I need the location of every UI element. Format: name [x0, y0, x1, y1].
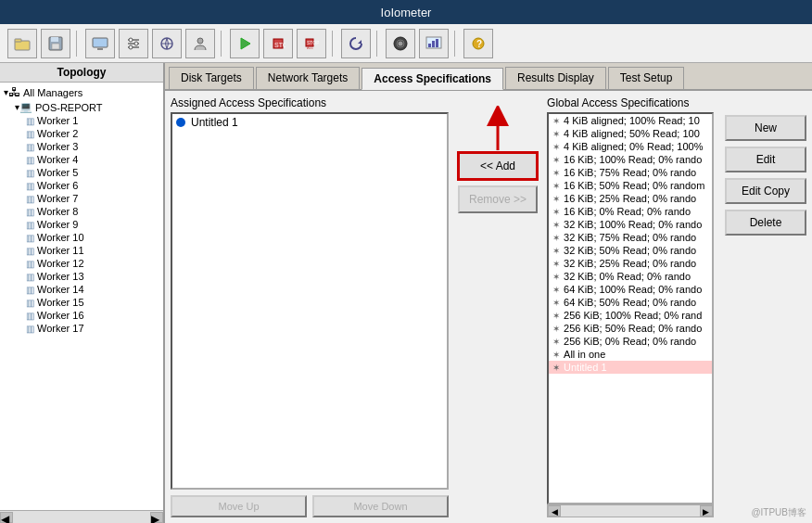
topology-tree[interactable]: ▾ 🖧All Managers▾ 💻POS-REPORT▥Worker 1▥Wo… — [0, 83, 163, 510]
chart-button[interactable] — [419, 29, 449, 58]
start-button[interactable] — [230, 29, 260, 58]
add-button[interactable]: << Add — [458, 152, 538, 180]
tree-item[interactable]: ▥Worker 15 — [0, 296, 163, 309]
global-item-label: 16 KiB; 25% Read; 0% rando — [564, 193, 696, 204]
tree-item[interactable]: ▥Worker 1 — [0, 114, 163, 127]
svg-text:?: ? — [476, 39, 482, 49]
tree-item[interactable]: ▥Worker 9 — [0, 218, 163, 231]
global-item-label: Untitled 1 — [564, 362, 606, 373]
tree-item[interactable]: ▥Worker 2 — [0, 127, 163, 140]
tree-label: Worker 3 — [37, 141, 78, 152]
global-item[interactable]: ✶64 KiB; 50% Read; 0% rando — [549, 296, 712, 309]
global-item-icon: ✶ — [552, 272, 560, 282]
svg-point-12 — [129, 45, 133, 49]
tree-item[interactable]: ▥Worker 13 — [0, 270, 163, 283]
tree-item[interactable]: ▥Worker 16 — [0, 309, 163, 322]
global-item[interactable]: ✶16 KiB; 75% Read; 0% rando — [549, 166, 712, 179]
global-item-icon: ✶ — [552, 207, 560, 217]
assigned-item[interactable]: Untitled 1 — [172, 114, 447, 131]
help-button[interactable]: ? — [463, 29, 493, 58]
tree-item[interactable]: ▥Worker 7 — [0, 192, 163, 205]
global-item[interactable]: ✶256 KiB; 0% Read; 0% rando — [549, 335, 712, 348]
save-button[interactable] — [41, 29, 70, 58]
right-panel: Disk TargetsNetwork TargetsAccess Specif… — [165, 63, 812, 523]
config-button[interactable] — [119, 29, 148, 58]
assigned-buttons: Move Up Move Down — [171, 495, 449, 517]
svg-rect-6 — [97, 48, 103, 50]
move-up-button[interactable]: Move Up — [171, 495, 307, 517]
global-item[interactable]: ✶64 KiB; 100% Read; 0% rando — [549, 283, 712, 296]
global-scroll-right[interactable]: ▶ — [700, 505, 713, 517]
edit-copy-button[interactable]: Edit Copy — [725, 178, 806, 204]
global-item[interactable]: ✶4 KiB aligned; 50% Read; 100 — [549, 127, 712, 140]
global-item[interactable]: ✶16 KiB; 0% Read; 0% rando — [549, 205, 712, 218]
tab-test-setup[interactable]: Test Setup — [608, 67, 685, 89]
tab-access-specifications[interactable]: Access Specifications — [362, 68, 503, 90]
reset-button[interactable] — [341, 29, 371, 58]
scrollbar-left-arrow[interactable]: ◀ — [0, 512, 13, 523]
svg-marker-16 — [241, 38, 250, 49]
stop-button[interactable]: STOP — [263, 29, 293, 58]
global-horizontal-scrollbar[interactable]: ◀ ▶ — [547, 504, 714, 517]
network-button[interactable] — [152, 29, 182, 58]
tree-item[interactable]: ▥Worker 3 — [0, 140, 163, 153]
tree-item[interactable]: ▥Worker 6 — [0, 179, 163, 192]
open-button[interactable] — [7, 29, 37, 58]
global-item[interactable]: ✶32 KiB; 75% Read; 0% rando — [549, 231, 712, 244]
global-scroll-left[interactable]: ◀ — [548, 505, 561, 517]
tab-network-targets[interactable]: Network Targets — [256, 67, 360, 89]
worker-button[interactable] — [185, 29, 215, 58]
global-item[interactable]: ✶All in one — [549, 348, 712, 361]
global-list[interactable]: ✶4 KiB aligned; 100% Read; 10✶4 KiB alig… — [547, 112, 714, 504]
topology-panel: Topology ▾ 🖧All Managers▾ 💻POS-REPORT▥Wo… — [0, 63, 165, 523]
diskette-button[interactable] — [386, 29, 415, 58]
edit-button[interactable]: Edit — [725, 147, 806, 172]
new-button[interactable]: New — [725, 115, 806, 141]
global-item[interactable]: ✶32 KiB; 50% Read; 0% rando — [549, 244, 712, 257]
global-item-icon: ✶ — [552, 142, 560, 152]
topology-title: Topology — [0, 63, 163, 83]
svg-marker-22 — [358, 40, 362, 44]
app-title: Iometer — [390, 6, 431, 19]
topology-horizontal-scrollbar[interactable]: ◀ ▶ — [0, 510, 163, 523]
scrollbar-right-arrow[interactable]: ▶ — [150, 512, 163, 523]
delete-button[interactable]: Delete — [725, 210, 806, 236]
tab-results-display[interactable]: Results Display — [505, 67, 606, 89]
global-item[interactable]: ✶32 KiB; 100% Read; 0% rando — [549, 218, 712, 231]
global-item[interactable]: ✶4 KiB aligned; 0% Read; 100% — [549, 140, 712, 153]
assigned-item-dot — [176, 118, 185, 127]
global-item[interactable]: ✶16 KiB; 100% Read; 0% rando — [549, 153, 712, 166]
remove-button[interactable]: Remove >> — [458, 185, 538, 213]
tree-label: Worker 13 — [37, 271, 84, 282]
tree-item[interactable]: ▾ 🖧All Managers — [0, 84, 163, 100]
tree-item[interactable]: ▥Worker 4 — [0, 153, 163, 166]
separator-3 — [332, 31, 336, 57]
global-item[interactable]: ✶4 KiB aligned; 100% Read; 10 — [549, 114, 712, 127]
tree-item[interactable]: ▥Worker 11 — [0, 244, 163, 257]
tree-item[interactable]: ▥Worker 12 — [0, 257, 163, 270]
stop-all-button[interactable]: STOPALL — [297, 29, 326, 58]
tree-label: Worker 17 — [37, 323, 84, 334]
global-item[interactable]: ✶16 KiB; 50% Read; 0% random — [549, 179, 712, 192]
toolbar: STOP STOPALL ? — [0, 24, 812, 63]
tree-item[interactable]: ▥Worker 8 — [0, 205, 163, 218]
display-button[interactable] — [85, 29, 115, 58]
move-down-button[interactable]: Move Down — [312, 495, 449, 517]
tree-item[interactable]: ▥Worker 14 — [0, 283, 163, 296]
global-item[interactable]: ✶32 KiB; 25% Read; 0% rando — [549, 257, 712, 270]
global-item[interactable]: ✶16 KiB; 25% Read; 0% rando — [549, 192, 712, 205]
svg-rect-27 — [428, 44, 431, 47]
tab-disk-targets[interactable]: Disk Targets — [169, 67, 254, 89]
tree-label: Worker 12 — [37, 258, 84, 269]
global-item[interactable]: ✶256 KiB; 50% Read; 0% rando — [549, 322, 712, 335]
global-item-icon: ✶ — [552, 324, 560, 334]
tree-item[interactable]: ▥Worker 10 — [0, 231, 163, 244]
tree-item[interactable]: ▥Worker 5 — [0, 166, 163, 179]
assigned-list[interactable]: Untitled 1 — [171, 112, 449, 490]
global-item[interactable]: ✶256 KiB; 100% Read; 0% rand — [549, 309, 712, 322]
global-item-icon: ✶ — [552, 246, 560, 256]
global-item[interactable]: ✶Untitled 1 — [549, 361, 712, 374]
global-item[interactable]: ✶32 KiB; 0% Read; 0% rando — [549, 270, 712, 283]
tree-item[interactable]: ▥Worker 17 — [0, 322, 163, 335]
tree-item[interactable]: ▾ 💻POS-REPORT — [0, 100, 163, 114]
